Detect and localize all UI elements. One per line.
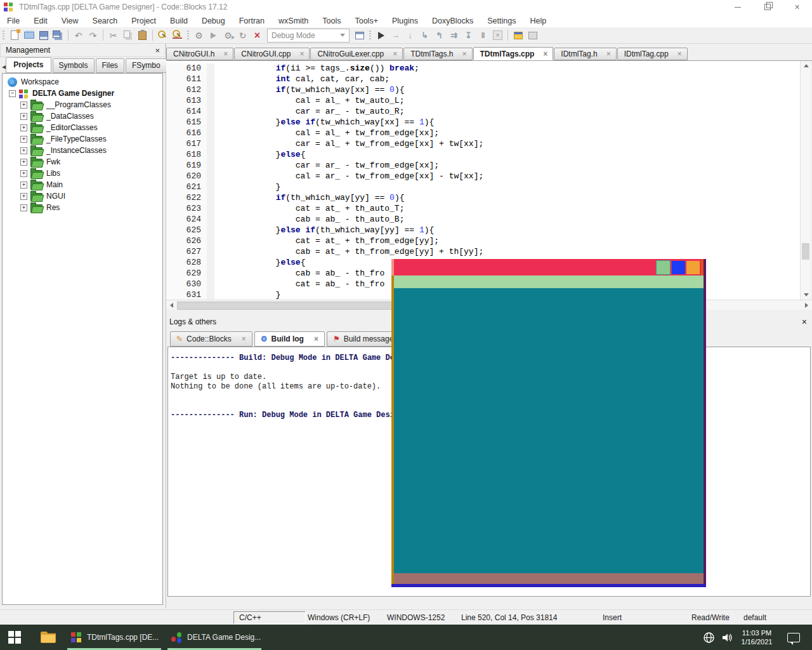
close-tab-icon[interactable]: × bbox=[223, 50, 228, 58]
taskbar-task-delta-game-desig[interactable]: DELTA Game Desig... bbox=[166, 625, 263, 650]
scroll-down-arrow[interactable] bbox=[801, 290, 811, 300]
scroll-up-arrow[interactable] bbox=[801, 61, 811, 70]
break-debugger-button[interactable]: ‖ bbox=[476, 29, 490, 43]
build-and-run-button[interactable]: ⚙ bbox=[221, 29, 235, 43]
menu-item-debug[interactable]: Debug bbox=[195, 17, 232, 25]
close-tab-icon[interactable]: × bbox=[678, 50, 682, 58]
editor-tab-tdtmltags-h[interactable]: TDtmlTags.h× bbox=[403, 48, 472, 60]
management-tab-projects[interactable]: Projects bbox=[6, 57, 51, 73]
run-button[interactable] bbox=[206, 29, 221, 43]
menu-item-edit[interactable]: Edit bbox=[27, 17, 55, 25]
action-center-icon[interactable] bbox=[787, 633, 800, 642]
tree-item-filetypeclasses[interactable]: +_FileTypeClasses bbox=[3, 133, 162, 145]
menu-item-wxsmith[interactable]: wxSmith bbox=[272, 17, 315, 25]
menu-item-file[interactable]: File bbox=[0, 17, 27, 25]
tree-item-workspace[interactable]: Workspace bbox=[3, 76, 162, 88]
various-info-button[interactable] bbox=[525, 29, 540, 43]
menu-item-search[interactable]: Search bbox=[86, 17, 125, 25]
taskbar-task-tdtmltags-cpp-de[interactable]: TDtmlTags.cpp [DE... bbox=[66, 625, 162, 650]
minimize-button[interactable] bbox=[723, 0, 752, 14]
build-button[interactable]: ⚙ bbox=[192, 29, 206, 43]
tree-item-ngui[interactable]: +NGUI bbox=[3, 190, 162, 202]
expander-plus-icon[interactable]: + bbox=[20, 170, 27, 177]
app-window-canvas[interactable] bbox=[394, 288, 704, 573]
expander-plus-icon[interactable]: + bbox=[20, 147, 27, 154]
undo-button[interactable]: ↶ bbox=[71, 29, 86, 43]
expander-plus-icon[interactable]: + bbox=[20, 113, 27, 120]
debug-continue-button[interactable] bbox=[374, 29, 388, 43]
debugging-windows-button[interactable] bbox=[511, 29, 525, 43]
logs-close-icon[interactable]: × bbox=[802, 317, 807, 327]
tree-item-dataclasses[interactable]: +_DataClasses bbox=[3, 110, 162, 122]
logs-tab-build-log[interactable]: ⚙Build log× bbox=[254, 331, 325, 347]
scroll-left-arrow[interactable] bbox=[166, 300, 177, 310]
tray-clock[interactable]: 11:03 PM 1/16/2021 bbox=[735, 628, 779, 646]
management-tab-files[interactable]: Files bbox=[96, 58, 124, 73]
run-to-cursor-button[interactable]: → bbox=[388, 29, 403, 43]
replace-button[interactable] bbox=[170, 29, 185, 43]
expander-plus-icon[interactable]: + bbox=[20, 136, 27, 143]
menu-item-tools-plus[interactable]: Tools+ bbox=[348, 17, 384, 25]
network-globe-icon[interactable] bbox=[703, 632, 715, 644]
close-tab-icon[interactable]: × bbox=[299, 50, 304, 58]
expander-plus-icon[interactable]: + bbox=[20, 159, 27, 166]
step-out-button[interactable]: ↰ bbox=[432, 29, 447, 43]
compiler-options-button[interactable] bbox=[352, 29, 367, 43]
menu-item-tools[interactable]: Tools bbox=[315, 17, 348, 25]
app-orange-button[interactable] bbox=[686, 261, 700, 274]
abort-build-button[interactable]: × bbox=[250, 29, 265, 43]
close-tab-icon[interactable]: × bbox=[606, 50, 611, 58]
menu-item-fortran[interactable]: Fortran bbox=[232, 17, 272, 25]
editor-tab-cnitroguilexer-cpp[interactable]: CNitroGuiLexer.cpp× bbox=[310, 48, 403, 60]
paste-button[interactable] bbox=[135, 29, 150, 43]
new-file-button[interactable] bbox=[7, 29, 22, 43]
vertical-scroll-thumb[interactable] bbox=[802, 243, 809, 260]
cut-button[interactable]: ✂ bbox=[106, 29, 121, 43]
expander-plus-icon[interactable]: + bbox=[20, 124, 27, 131]
next-line-button[interactable]: ↓ bbox=[403, 29, 417, 43]
editor-tab-idtmltag-h[interactable]: IDtmlTag.h× bbox=[554, 48, 616, 60]
tree-item-res[interactable]: +Res bbox=[3, 202, 162, 213]
tree-item-editorclasses[interactable]: +_EditorClasses bbox=[3, 122, 162, 133]
expander-minus-icon[interactable]: − bbox=[9, 90, 16, 97]
menu-item-build[interactable]: Build bbox=[163, 17, 195, 25]
editor-tab-cnitrogui-cpp[interactable]: CNitroGUI.cpp× bbox=[234, 48, 310, 60]
tree-item-programclasses[interactable]: +__ProgramClasses bbox=[3, 99, 162, 110]
close-button[interactable]: × bbox=[782, 0, 812, 14]
close-tab-icon[interactable]: × bbox=[543, 50, 547, 58]
tree-item-libs[interactable]: +Libs bbox=[3, 168, 162, 179]
redo-button[interactable]: ↷ bbox=[86, 29, 100, 43]
menu-item-plugins[interactable]: Plugins bbox=[385, 17, 425, 25]
close-tab-icon[interactable]: × bbox=[462, 50, 467, 58]
menu-item-project[interactable]: Project bbox=[124, 17, 163, 25]
menu-item-help[interactable]: Help bbox=[523, 17, 553, 25]
management-tab-fsymbo[interactable]: FSymbo bbox=[126, 58, 167, 73]
management-close-icon[interactable]: × bbox=[155, 46, 160, 55]
restore-button[interactable] bbox=[752, 0, 782, 14]
close-tab-icon[interactable]: × bbox=[314, 335, 318, 343]
menu-item-settings[interactable]: Settings bbox=[480, 17, 523, 25]
copy-button[interactable] bbox=[121, 29, 135, 43]
open-file-button[interactable] bbox=[22, 29, 36, 43]
next-instruction-button[interactable]: ⇉ bbox=[447, 29, 461, 43]
menu-item-view[interactable]: View bbox=[55, 17, 86, 25]
close-tab-icon[interactable]: × bbox=[393, 50, 397, 58]
expander-plus-icon[interactable]: + bbox=[20, 102, 27, 109]
logs-tab-code-blocks[interactable]: ✎Code::Blocks× bbox=[170, 331, 252, 347]
tree-item-fwk[interactable]: +Fwk bbox=[3, 156, 162, 168]
scroll-right-arrow[interactable] bbox=[801, 300, 812, 310]
app-blue-button[interactable] bbox=[672, 261, 685, 274]
expander-plus-icon[interactable]: + bbox=[20, 193, 27, 200]
delta-app-window[interactable] bbox=[391, 259, 706, 587]
app-green-button[interactable] bbox=[656, 260, 671, 275]
build-target-select[interactable]: Debug Mode bbox=[267, 29, 350, 43]
tree-item-main[interactable]: +Main bbox=[3, 179, 162, 190]
editor-tab-idtmltag-cpp[interactable]: IDtmlTag.cpp× bbox=[617, 48, 688, 60]
editor-tab-cnitrogui-h[interactable]: CNitroGUI.h× bbox=[166, 48, 233, 60]
volume-icon[interactable] bbox=[721, 632, 733, 644]
tree-item-instanceclasses[interactable]: +_InstanceClasses bbox=[3, 145, 162, 156]
start-button[interactable] bbox=[8, 631, 22, 644]
tree-item-delta-game-designer[interactable]: −DELTA Game Designer bbox=[3, 88, 162, 99]
save-all-button[interactable] bbox=[51, 29, 65, 43]
editor-tab-tdtmltags-cpp[interactable]: TDtmlTags.cpp× bbox=[473, 47, 554, 60]
